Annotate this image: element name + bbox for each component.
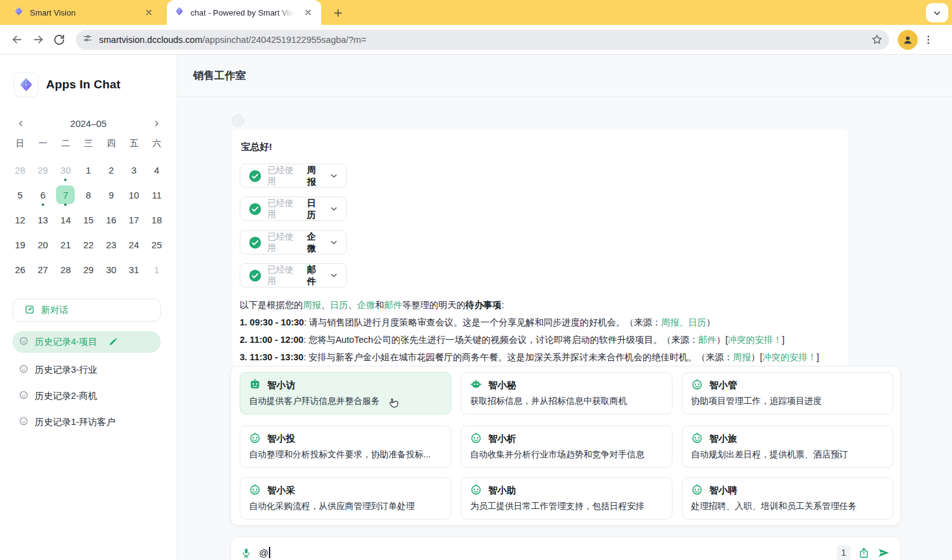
calendar-day[interactable]: 28 — [54, 258, 77, 281]
calendar-day[interactable]: 4 — [145, 158, 168, 182]
used-tool-pill-calendar[interactable]: 已经使用 日历 — [240, 197, 347, 221]
app-card-zhixiaolv[interactable]: 智小旅 自动规划出差日程，提供机票、酒店预订 — [682, 426, 893, 468]
tool-link[interactable]: 周报 — [303, 300, 321, 310]
app-card-zhixiaofang[interactable]: 智小访 自动提供客户拜访信息并整合服务 — [240, 372, 451, 414]
app-card-zhixiaoguan[interactable]: 智小管 协助项目管理工作，追踪项目进度 — [682, 372, 893, 414]
reload-button[interactable] — [49, 29, 70, 50]
calendar-day[interactable]: 30 — [100, 258, 123, 281]
browser-menu-icon[interactable] — [918, 29, 939, 50]
message-composer[interactable]: @ 1 — [230, 536, 901, 560]
source-link[interactable]: 周报 — [733, 352, 751, 362]
calendar-day[interactable]: 27 — [32, 258, 55, 281]
calendar-day[interactable]: 2 — [100, 158, 123, 182]
calendar-day[interactable]: 25 — [145, 233, 168, 256]
history-item-3[interactable]: 历史记录3-行业 — [12, 359, 161, 381]
app-card-zhixiaoxi[interactable]: 智小析 自动收集并分析行业市场趋势和竞争对手信息 — [461, 426, 672, 468]
used-tool-pill-wecom[interactable]: 已经使用 企微 — [240, 230, 347, 254]
calendar-next-icon[interactable] — [149, 116, 163, 130]
used-tool-pill-mail[interactable]: 已经使用 邮件 — [240, 263, 347, 287]
calendar-day[interactable]: 1 — [145, 258, 168, 281]
calendar-day[interactable]: 31 — [123, 258, 146, 281]
todo-time: 1. 09:30 - 10:30 — [240, 317, 304, 327]
composer-input[interactable]: @ — [259, 547, 270, 558]
calendar-day[interactable]: 3 — [123, 158, 146, 182]
new-chat-button[interactable]: 新对话 — [12, 299, 161, 322]
app-card-zhixiaotou[interactable]: 智小投 自动整理和分析投标文件要求，协助准备投标... — [240, 426, 451, 468]
calendar-day[interactable]: 30 — [54, 158, 77, 182]
url-text[interactable]: smartvision.dcclouds.com/appsinchat/2404… — [99, 35, 366, 45]
calendar-day[interactable]: 1 — [77, 158, 100, 182]
agent-apps-panel: 智小访 自动提供客户拜访信息并整合服务 智小秘 获取招标信息，并从招标信息中获取… — [230, 366, 901, 526]
calendar-day[interactable]: 12 — [9, 208, 32, 231]
app-logo-row: Apps In Chat — [14, 72, 121, 97]
tool-link[interactable]: 日历 — [330, 300, 348, 310]
calendar-day-number: 12 — [11, 210, 29, 229]
robot-icon — [249, 483, 261, 498]
tab-chat-active[interactable]: chat - Powered by Smart Visi — [167, 0, 321, 25]
history-item-1[interactable]: 历史记录1-拜访客户 — [12, 411, 161, 433]
tab-search-button[interactable] — [926, 3, 948, 22]
tool-link[interactable]: 企微 — [357, 300, 375, 310]
used-tool-pill-weekly[interactable]: 已经使用 周报 — [240, 164, 347, 188]
calendar-day-number: 22 — [79, 235, 98, 254]
calendar-day[interactable]: 24 — [123, 233, 146, 256]
calendar-day[interactable]: 22 — [77, 233, 100, 256]
calendar-day[interactable]: 19 — [9, 233, 32, 256]
calendar-day[interactable]: 9 — [100, 183, 123, 207]
todo-text: 安排与新客户金小姐在城市花园餐厅的商务午餐。这是加深关系并探讨未来合作机会的绝佳… — [308, 352, 697, 362]
calendar-day[interactable]: 13 — [32, 208, 55, 231]
calendar-day[interactable]: 11 — [145, 183, 168, 207]
bookmark-star-icon[interactable] — [868, 31, 885, 49]
calendar-day-number: 10 — [125, 185, 143, 204]
calendar-day[interactable]: 15 — [77, 208, 100, 231]
tab-title: Smart Vision — [30, 8, 137, 17]
calendar-day[interactable]: 18 — [145, 208, 168, 231]
tab-smart-vision[interactable]: Smart Vision — [6, 0, 162, 25]
calendar-day[interactable]: 8 — [77, 183, 100, 207]
todo-time: 2. 11:00 - 12:00 — [240, 335, 303, 345]
microphone-icon[interactable] — [241, 548, 252, 558]
tab-close-icon[interactable] — [143, 7, 154, 18]
app-card-zhixiaopin[interactable]: 智小聘 处理招聘、入职、培训和员工关系管理任务 — [682, 477, 893, 520]
calendar-day-number: 29 — [34, 161, 52, 179]
edit-pencil-icon[interactable] — [108, 337, 118, 347]
calendar-day[interactable]: 29 — [77, 258, 100, 281]
calendar-day[interactable]: 28 — [9, 158, 32, 182]
source-link[interactable]: 周报、日历 — [661, 317, 707, 327]
profile-avatar[interactable] — [898, 30, 918, 50]
calendar-day[interactable]: 14 — [54, 208, 77, 231]
send-icon[interactable] — [877, 546, 890, 559]
tab-close-icon[interactable] — [303, 7, 314, 18]
todo-list: 以下是根据您的周报、日历、企微和邮件等整理的明天的待办事项: 1. 09:30 … — [240, 296, 841, 366]
text-caret — [269, 547, 270, 558]
history-item-2[interactable]: 历史记录2-商机 — [12, 385, 161, 407]
calendar-day[interactable]: 10 — [123, 183, 146, 207]
calendar-grid: 2829301234567891011121314151617181920212… — [9, 158, 168, 281]
history-item-4[interactable]: 历史记录4-项目 — [12, 331, 161, 353]
forward-button[interactable] — [27, 29, 49, 50]
site-settings-icon[interactable] — [82, 33, 93, 46]
app-card-desc: 自动提供客户拜访信息并整合服务 — [249, 396, 442, 407]
calendar-day[interactable]: 16 — [100, 208, 123, 231]
calendar-day[interactable]: 23 — [100, 233, 123, 256]
url-bar[interactable]: smartvision.dcclouds.com/appsinchat/2404… — [76, 30, 889, 50]
app-card-zhixiaocai[interactable]: 智小采 自动化采购流程，从供应商管理到订单处理 — [240, 477, 451, 520]
calendar-day[interactable]: 17 — [123, 208, 146, 231]
app-card-zhixiaomi[interactable]: 智小秘 获取招标信息，并从招标信息中获取商机 — [461, 372, 672, 414]
conflict-bracket: ] — [816, 352, 819, 362]
app-card-zhixiaozhu[interactable]: 智小助 为员工提供日常工作管理支持，包括日程安排 — [461, 477, 672, 520]
calendar-day[interactable]: 21 — [54, 233, 77, 256]
calendar-day[interactable]: 26 — [9, 258, 32, 281]
calendar-day[interactable]: 6 — [32, 183, 55, 207]
calendar-day[interactable]: 5 — [9, 183, 32, 207]
calendar-day[interactable]: 29 — [32, 158, 55, 182]
source-link[interactable]: 邮件 — [698, 335, 716, 345]
tool-link[interactable]: 邮件 — [384, 300, 402, 310]
calendar-day[interactable]: 7 — [54, 183, 77, 207]
calendar-day[interactable]: 20 — [32, 233, 55, 256]
back-button[interactable] — [6, 29, 27, 50]
sidebar: Apps In Chat 2024–05 日 一 二 三 四 五 六 28293… — [0, 55, 177, 560]
new-tab-button[interactable] — [330, 5, 346, 21]
calendar-prev-icon[interactable] — [14, 116, 27, 130]
upload-icon[interactable] — [858, 547, 870, 559]
